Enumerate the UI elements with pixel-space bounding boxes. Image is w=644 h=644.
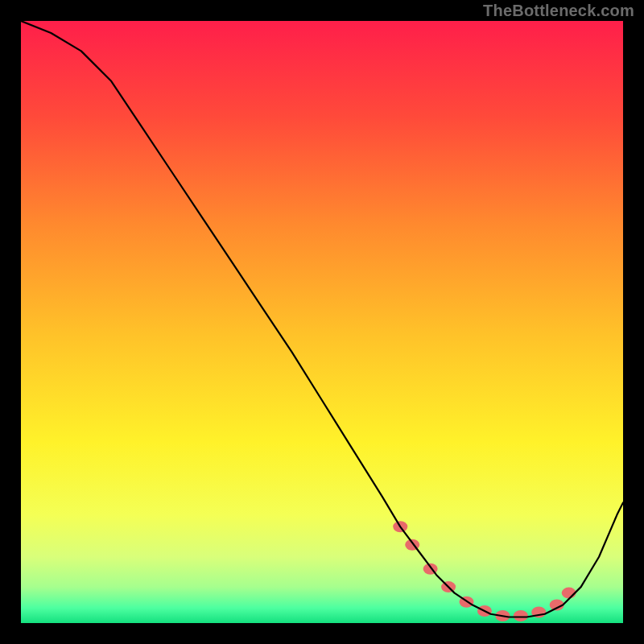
watermark-text: TheBottleneck.com [483,2,634,20]
plot-svg [21,21,623,623]
chart-frame: TheBottleneck.com [0,0,644,644]
gradient-rect [21,21,623,623]
plot-area [21,21,623,623]
marker-point [514,610,528,621]
